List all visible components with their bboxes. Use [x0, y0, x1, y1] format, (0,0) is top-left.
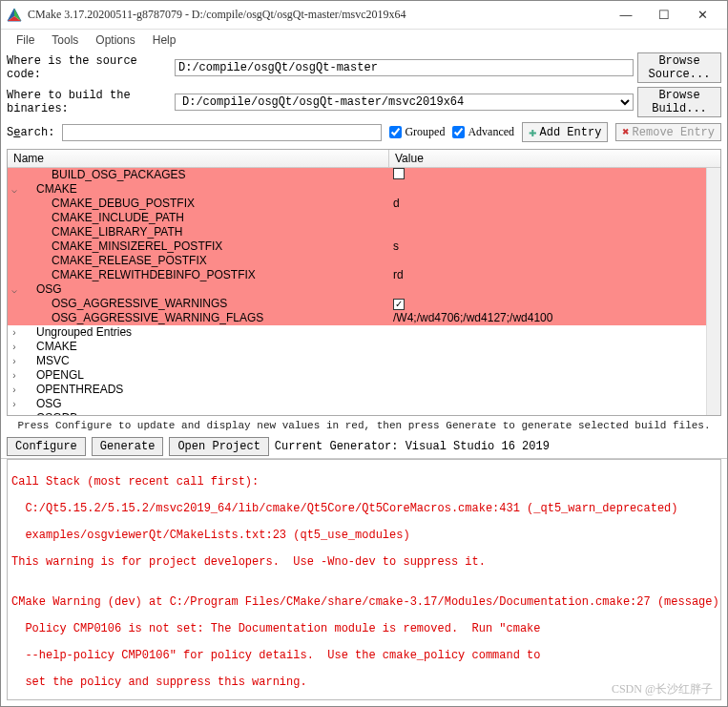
- entry-name: CMAKE_LIBRARY_PATH: [21, 225, 182, 239]
- table-row[interactable]: OSG_AGGRESSIVE_WARNING_FLAGS/W4;/wd4706;…: [8, 311, 720, 325]
- col-name[interactable]: Name: [8, 150, 389, 167]
- table-row[interactable]: CMAKE_RELWITHDEBINFO_POSTFIXrd: [8, 268, 720, 282]
- build-input[interactable]: D:/compile/osgQt/osgQt-master/msvc2019x6…: [175, 94, 634, 111]
- expand-icon[interactable]: ›: [8, 411, 21, 415]
- generator-row: Configure Generate Open Project Current …: [1, 435, 727, 459]
- table-row[interactable]: ›OSGDB: [8, 411, 720, 415]
- entry-name: CMAKE_DEBUG_POSTFIX: [21, 197, 195, 211]
- cache-tree: Name Value BUILD_OSG_PACKAGES⌵CMAKECMAKE…: [7, 149, 721, 416]
- remove-entry-button[interactable]: ✖Remove Entry: [615, 123, 721, 141]
- titlebar: CMake 3.17.20200511-g8787079 - D:/compil…: [1, 1, 727, 30]
- add-entry-button[interactable]: ✚Add Entry: [522, 122, 608, 142]
- menu-tools[interactable]: Tools: [44, 31, 86, 49]
- entry-name: CMAKE_MINSIZEREL_POSTFIX: [21, 239, 222, 254]
- source-input[interactable]: [175, 59, 634, 76]
- tree-body[interactable]: BUILD_OSG_PACKAGES⌵CMAKECMAKE_DEBUG_POST…: [8, 168, 720, 415]
- entry-name: OSG_AGGRESSIVE_WARNINGS: [21, 297, 227, 311]
- entry-name: Ungrouped Entries: [21, 325, 132, 340]
- table-row[interactable]: ›OPENTHREADS: [8, 383, 720, 397]
- table-row[interactable]: ›Ungrouped Entries: [8, 325, 720, 340]
- menu-options[interactable]: Options: [88, 31, 142, 49]
- entry-name: OSGDB: [21, 411, 77, 415]
- checkbox-icon[interactable]: ✓: [393, 299, 405, 310]
- table-row[interactable]: ›OPENGL: [8, 368, 720, 383]
- build-label: Where to build the binaries:: [7, 89, 171, 115]
- entry-name: CMAKE_INCLUDE_PATH: [21, 211, 184, 225]
- generate-button[interactable]: Generate: [92, 437, 164, 456]
- minimize-button[interactable]: —: [607, 2, 645, 29]
- expand-icon[interactable]: ⌵: [8, 282, 21, 297]
- search-input[interactable]: [62, 124, 382, 141]
- table-row[interactable]: CMAKE_RELEASE_POSTFIX: [8, 254, 720, 268]
- entry-name: MSVC: [21, 354, 70, 368]
- entry-name: CMAKE_RELWITHDEBINFO_POSTFIX: [21, 268, 256, 282]
- source-path-row: Where is the source code: Browse Source.…: [1, 51, 727, 85]
- expand-icon[interactable]: ›: [8, 325, 21, 340]
- table-row[interactable]: ⌵CMAKE: [8, 182, 720, 197]
- source-label: Where is the source code:: [7, 54, 171, 81]
- entry-value[interactable]: /W4;/wd4706;/wd4127;/wd4100: [389, 311, 720, 325]
- build-path-row: Where to build the binaries: D:/compile/…: [1, 85, 727, 119]
- entry-name: OPENGL: [21, 368, 84, 383]
- entry-value[interactable]: d: [389, 197, 720, 211]
- grouped-checkbox[interactable]: Grouped: [389, 125, 445, 139]
- entry-name: OSG: [21, 397, 62, 411]
- expand-icon[interactable]: ›: [8, 368, 21, 383]
- advanced-checkbox[interactable]: Advanced: [452, 125, 514, 139]
- open-project-button[interactable]: Open Project: [169, 437, 268, 456]
- window-title: CMake 3.17.20200511-g8787079 - D:/compil…: [28, 8, 607, 22]
- checkbox-icon[interactable]: [393, 168, 405, 179]
- entry-name: OSG_AGGRESSIVE_WARNING_FLAGS: [21, 311, 263, 325]
- maximize-button[interactable]: ☐: [645, 2, 683, 29]
- expand-icon[interactable]: ›: [8, 354, 21, 368]
- browse-build-button[interactable]: Browse Build...: [637, 87, 721, 117]
- log-output[interactable]: Call Stack (most recent call first): C:/…: [7, 459, 721, 700]
- table-row[interactable]: ⌵OSG: [8, 282, 720, 297]
- table-row[interactable]: ›CMAKE: [8, 340, 720, 354]
- col-value[interactable]: Value: [389, 150, 720, 167]
- table-row[interactable]: BUILD_OSG_PACKAGES: [8, 168, 720, 182]
- entry-value[interactable]: ✓: [389, 297, 720, 311]
- scrollbar[interactable]: [706, 168, 720, 415]
- entry-name: CMAKE: [21, 182, 77, 197]
- menu-help[interactable]: Help: [145, 31, 184, 49]
- table-row[interactable]: CMAKE_LIBRARY_PATH: [8, 225, 720, 239]
- entry-value[interactable]: rd: [389, 268, 720, 282]
- menu-file[interactable]: File: [9, 31, 42, 49]
- search-row: Search: Grouped Advanced ✚Add Entry ✖Rem…: [1, 119, 727, 145]
- hint-text: Press Configure to update and display ne…: [1, 416, 727, 435]
- current-generator: Current Generator: Visual Studio 16 2019: [275, 440, 550, 453]
- expand-icon[interactable]: ›: [8, 383, 21, 397]
- entry-name: OSG: [21, 282, 62, 297]
- expand-icon[interactable]: ›: [8, 340, 21, 354]
- entry-value[interactable]: [389, 168, 720, 183]
- menubar: File Tools Options Help: [1, 30, 727, 51]
- table-row[interactable]: CMAKE_INCLUDE_PATH: [8, 211, 720, 225]
- cmake-logo-icon: [7, 8, 22, 23]
- entry-name: OPENTHREADS: [21, 383, 123, 397]
- expand-icon[interactable]: ⌵: [8, 182, 21, 197]
- entry-name: CMAKE_RELEASE_POSTFIX: [21, 254, 207, 268]
- entry-value[interactable]: s: [389, 239, 720, 254]
- table-row[interactable]: ›MSVC: [8, 354, 720, 368]
- remove-icon: ✖: [622, 125, 629, 139]
- table-row[interactable]: CMAKE_MINSIZEREL_POSTFIXs: [8, 239, 720, 254]
- expand-icon[interactable]: ›: [8, 397, 21, 411]
- table-row[interactable]: ›OSG: [8, 397, 720, 411]
- close-button[interactable]: ✕: [683, 2, 721, 29]
- search-label: Search:: [7, 126, 54, 139]
- browse-source-button[interactable]: Browse Source...: [637, 52, 721, 83]
- table-row[interactable]: CMAKE_DEBUG_POSTFIXd: [8, 197, 720, 211]
- entry-name: BUILD_OSG_PACKAGES: [21, 168, 186, 182]
- configure-button[interactable]: Configure: [7, 437, 86, 456]
- entry-name: CMAKE: [21, 340, 77, 354]
- tree-header: Name Value: [8, 150, 720, 168]
- table-row[interactable]: OSG_AGGRESSIVE_WARNINGS✓: [8, 297, 720, 311]
- plus-icon: ✚: [529, 124, 536, 140]
